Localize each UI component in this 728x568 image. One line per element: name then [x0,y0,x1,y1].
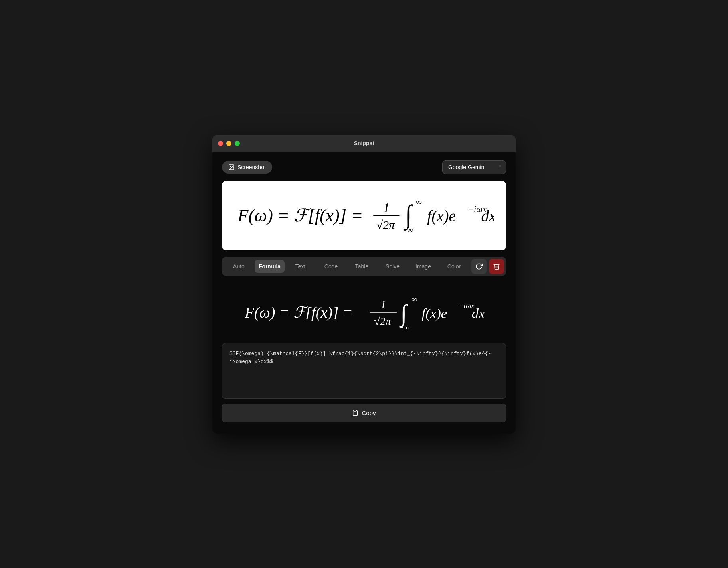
mode-tabs: Auto Formula Text Code Table Solve Image… [222,257,506,276]
latex-code-box[interactable]: $$F(\omega)={\mathcal{F}}[f(x)]=\frac{1}… [222,343,506,399]
svg-point-1 [230,166,231,166]
svg-text:1: 1 [383,200,390,215]
svg-text:dx: dx [481,207,494,224]
svg-text:√2π: √2π [376,218,395,231]
svg-text:f(x)e: f(x)e [422,306,447,321]
svg-text:F(ω) = ℱ[f(x)] =: F(ω) = ℱ[f(x)] = [244,304,353,321]
maximize-button[interactable] [235,141,240,146]
tab-solve[interactable]: Solve [378,260,408,273]
trash-icon [493,263,500,270]
rendered-formula-svg: F(ω) = ℱ[f(x)] = 1 √2π ∫ ∞ −∞ f(x)e −iωx… [240,291,488,333]
refresh-button[interactable] [471,259,487,274]
delete-button[interactable] [489,259,504,274]
svg-rect-23 [354,410,356,411]
tab-formula[interactable]: Formula [255,260,285,273]
copy-button[interactable]: Copy [222,404,506,422]
tab-table[interactable]: Table [347,260,377,273]
tab-image[interactable]: Image [408,260,438,273]
svg-text:F(ω) = ℱ[f(x)] =: F(ω) = ℱ[f(x)] = [237,205,363,225]
model-selector[interactable]: Google Gemini GPT-4o Claude 3 [442,160,506,174]
svg-text:√2π: √2π [374,315,391,327]
main-content: Screenshot Google Gemini GPT-4o Claude 3… [212,152,516,434]
svg-text:1: 1 [380,298,386,311]
svg-text:∞: ∞ [416,197,422,206]
svg-text:−∞: −∞ [402,225,413,234]
latex-code-text: $$F(\omega)={\mathcal{F}}[f(x)]=\frac{1}… [229,351,491,365]
tab-list: Auto Formula Text Code Table Solve Image… [224,260,469,273]
screenshot-button[interactable]: Screenshot [222,161,272,174]
image-icon [228,164,235,170]
refresh-icon [475,263,483,270]
minimize-button[interactable] [226,141,231,146]
app-window: Snippai Screenshot Google Gemini GPT-4o … [212,135,516,434]
formula-image-svg: F(ω) = ℱ[f(x)] = 1 √2π ∫ ∞ −∞ f(x)e −iωx… [234,191,494,241]
tab-text[interactable]: Text [285,260,315,273]
model-selector-wrapper: Google Gemini GPT-4o Claude 3 ⌃ [442,160,506,174]
top-bar: Screenshot Google Gemini GPT-4o Claude 3… [222,160,506,174]
rendered-formula: F(ω) = ℱ[f(x)] = 1 √2π ∫ ∞ −∞ f(x)e −iωx… [222,283,506,343]
tab-color[interactable]: Color [439,260,469,273]
clipboard-icon [352,410,358,416]
svg-text:f(x)e: f(x)e [427,207,456,225]
tab-code[interactable]: Code [316,260,346,273]
traffic-lights [218,141,240,146]
close-button[interactable] [218,141,223,146]
svg-text:−∞: −∞ [399,323,410,332]
svg-text:∞: ∞ [411,295,417,303]
copy-button-label: Copy [362,410,376,416]
tab-auto[interactable]: Auto [224,260,254,273]
screenshot-preview: F(ω) = ℱ[f(x)] = 1 √2π ∫ ∞ −∞ f(x)e −iωx… [222,181,506,250]
window-title: Snippai [354,140,374,146]
svg-text:dx: dx [472,306,485,321]
titlebar: Snippai [212,135,516,152]
screenshot-button-label: Screenshot [237,164,266,170]
